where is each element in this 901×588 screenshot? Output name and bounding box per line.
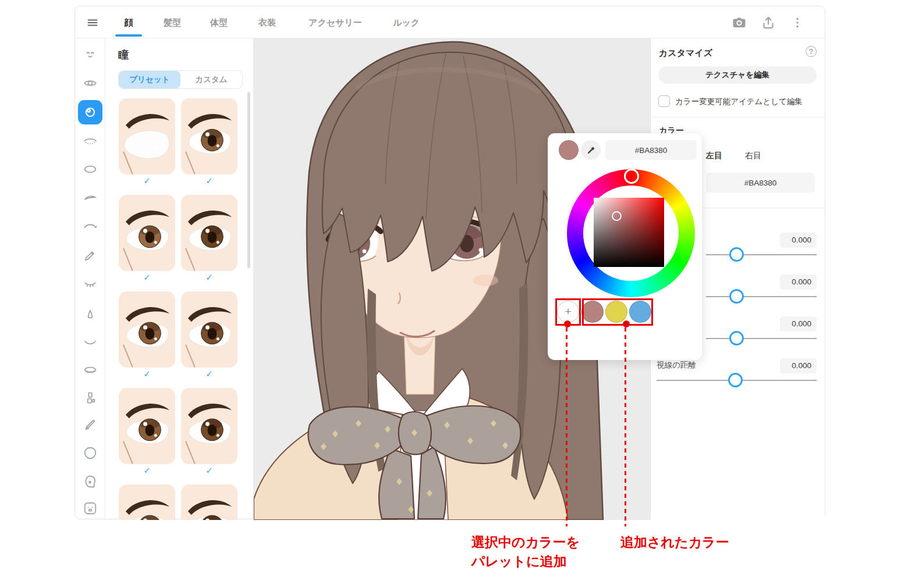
preset-check: ✓ [119,272,175,283]
tab-hair[interactable]: 髪型 [164,17,181,28]
gaze-distance-label: 視線の距離 [657,360,696,370]
hamburger-menu-icon[interactable] [86,16,100,30]
eyedropper-icon [586,145,596,155]
slider-value[interactable]: 0.000 [780,275,817,290]
preset-card[interactable] [181,98,237,174]
preset-card[interactable] [181,291,237,368]
preset-check: ✓ [119,176,175,186]
preset-card[interactable] [119,195,175,271]
tab-body[interactable]: 体型 [210,17,228,28]
tab-right-eye[interactable]: 右目 [745,151,761,161]
app-window: 顔 髪型 体型 衣装 アクセサリー ルック [75,6,825,519]
preset-card[interactable] [181,388,237,464]
preset-card[interactable] [119,388,175,464]
lipstick-icon[interactable] [83,390,98,405]
slider-track[interactable] [706,296,817,297]
slider-value[interactable]: 0.000 [780,358,817,373]
help-icon[interactable]: ? [806,46,817,57]
active-tab-underline [115,34,142,37]
preset-check: ✓ [181,369,237,379]
eyebrow-icon[interactable] [83,190,98,205]
tab-accessories[interactable]: アクセサリー [308,17,362,28]
preset-custom-switch: プリセット カスタム [118,70,243,89]
callout-dot [623,320,630,327]
divider [651,117,825,117]
preset-card[interactable] [119,98,175,174]
eye-color-hex-field[interactable]: #BA8380 [706,173,815,193]
camera-icon[interactable] [732,16,746,30]
preset-check: ✓ [181,176,237,186]
tab-face[interactable]: 顔 [125,17,133,28]
top-bar: 顔 髪型 体型 衣装 アクセサリー ルック [75,6,825,38]
annotation-add-selected: 選択中のカラーを パレットに追加 [471,533,580,571]
nose-icon[interactable] [83,307,98,322]
eyelash-icon[interactable] [83,219,98,234]
lips-icon[interactable] [83,362,98,377]
panel-title: 瞳 [118,48,129,62]
eye-makeup-icon[interactable] [83,133,98,148]
eye-white-icon[interactable] [83,162,98,177]
cheek-icon[interactable] [83,474,98,489]
saturation-value-square[interactable] [594,198,664,267]
face-tool-rail [75,38,105,520]
callout-dot [564,320,571,327]
eye-icon[interactable] [83,76,98,91]
tab-preset[interactable]: プリセット [119,71,180,88]
callout-dashed-line [566,327,567,526]
face-paint-icon[interactable] [83,418,98,433]
eyedropper-button[interactable] [581,140,601,160]
expression-icon[interactable] [83,501,98,516]
edit-texture-button[interactable]: テクスチャを編集 [658,66,817,84]
slider-thumb[interactable] [729,331,744,345]
mouth-icon[interactable] [83,335,98,350]
hue-selector[interactable] [624,169,639,184]
pupil-icon-active[interactable] [78,100,102,124]
preset-card[interactable] [119,291,175,368]
preset-card[interactable] [119,484,175,520]
annotation-added-color: 追加されたカラー [620,533,729,552]
preset-check: ✓ [181,465,237,476]
upload-icon[interactable] [761,16,775,30]
preset-check: ✓ [119,465,175,476]
preset-card[interactable] [181,484,237,520]
face-outline-icon[interactable] [83,446,98,461]
panel-scrollbar[interactable] [247,92,250,268]
preset-check: ✓ [119,369,175,379]
slider-thumb[interactable] [728,373,743,387]
slider-value[interactable]: 0.000 [780,233,817,248]
callout-dashed-line [625,327,626,526]
eyeliner-icon[interactable] [83,248,98,263]
eye-preset-panel: 瞳 プリセット カスタム [105,38,254,520]
slider-thumb[interactable] [729,289,744,304]
lower-lash-icon[interactable] [83,276,98,291]
tab-custom[interactable]: カスタム [180,71,242,88]
picker-hex-field[interactable]: #BA8380 [605,140,697,160]
slider-value[interactable]: 0.000 [780,316,817,332]
kebab-menu-icon[interactable] [790,16,804,30]
current-color-swatch [559,140,579,160]
tab-look[interactable]: ルック [393,17,420,28]
slider-track[interactable] [706,338,817,339]
customize-title: カスタマイズ [659,48,712,59]
face-features-icon[interactable] [83,47,98,62]
color-item-checkbox[interactable] [658,95,670,107]
preset-card[interactable] [181,195,237,271]
slider-track[interactable] [706,254,817,255]
slider-thumb[interactable] [729,247,744,262]
saturation-value-selector[interactable] [612,211,622,221]
tab-outfit[interactable]: 衣装 [258,17,276,28]
annotation-box-added-colors [582,298,653,326]
preset-check: ✓ [181,272,237,283]
color-item-checkbox-label: カラー変更可能アイテムとして編集 [675,97,803,107]
tab-left-eye[interactable]: 左目 [706,151,722,161]
